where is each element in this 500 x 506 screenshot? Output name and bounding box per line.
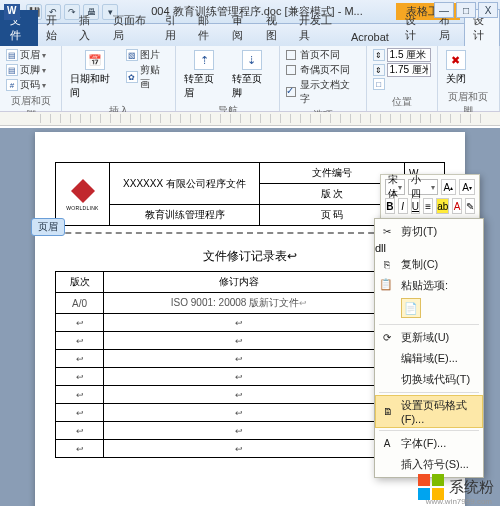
menu-copy[interactable]: ⎘复制(C) — [375, 254, 483, 275]
procedure-name-cell: 教育训练管理程序 — [110, 205, 260, 226]
copy-icon: ⎘ — [379, 257, 395, 273]
checkbox-icon — [286, 87, 296, 97]
menu-update-field[interactable]: ⟳更新域(U) — [375, 327, 483, 348]
maximize-button[interactable]: □ — [456, 2, 476, 18]
logo-text: WORLDLINK — [60, 205, 105, 211]
footer-bottom-input[interactable] — [387, 63, 431, 77]
goto-header-button[interactable]: ⇡转至页眉 — [182, 48, 226, 102]
tab-developer[interactable]: 开发工具 — [291, 10, 342, 46]
tab-acrobat[interactable]: Acrobat — [343, 28, 397, 46]
header-top-input[interactable] — [387, 48, 431, 62]
context-menu: ✂剪切(T) dll ⎘复制(C) 📋粘贴选项: 📄 ⟳更新域(U) 编辑域(E… — [374, 218, 484, 478]
grow-font-button[interactable]: A▴ — [441, 179, 457, 195]
show-document-text-checkbox[interactable]: 显示文档文字 — [286, 78, 359, 106]
menu-page-number-format[interactable]: 🗎设置页码格式(F)... — [375, 395, 483, 428]
date-time-button[interactable]: 📅日期和时间 — [68, 48, 121, 102]
goto-footer-icon: ⇣ — [242, 50, 262, 70]
paste-options-row: 📄 — [375, 296, 483, 322]
window-controls: — □ X — [434, 2, 498, 18]
clipart-icon: ✿ — [126, 71, 138, 83]
font-size-select[interactable]: 小四▾ — [408, 179, 438, 195]
logo-cell: WORLDLINK — [56, 163, 110, 226]
page-number-button[interactable]: #页码▾ — [6, 78, 46, 92]
font-color-button[interactable]: A — [452, 198, 462, 214]
header-from-top-spinner[interactable]: ⇕ — [373, 48, 431, 62]
clipboard-icon: 📋 — [379, 278, 393, 291]
header-icon: ▤ — [6, 49, 18, 61]
picture-button[interactable]: ▧图片 — [126, 48, 169, 62]
header-region-tag: 页眉 — [31, 218, 65, 236]
italic-button[interactable]: I — [398, 198, 408, 214]
format-painter-button[interactable]: ✎ — [465, 198, 475, 214]
page-number-format-icon: 🗎 — [380, 404, 396, 420]
group-close: ✖关闭 页眉和页脚 — [438, 46, 500, 111]
menu-separator — [379, 430, 479, 431]
tab-insert[interactable]: 插入 — [71, 10, 105, 46]
tab-table-design[interactable]: 设计 — [397, 10, 431, 46]
tab-mailings[interactable]: 邮件 — [190, 10, 224, 46]
company-logo-icon — [69, 177, 97, 205]
ribbon: ▤页眉▾ ▤页脚▾ #页码▾ 页眉和页脚 📅日期和时间 ▧图片 ✿剪贴画 插入 … — [0, 46, 500, 112]
shrink-font-button[interactable]: A▾ — [459, 179, 475, 195]
paste-keep-formatting-button[interactable]: 📄 — [401, 298, 421, 318]
group-insert: 📅日期和时间 ▧图片 ✿剪贴画 插入 — [62, 46, 176, 111]
checkbox-icon — [286, 50, 296, 60]
scissors-icon: ✂ — [379, 224, 395, 240]
different-first-page-checkbox[interactable]: 首页不同 — [286, 48, 359, 62]
header-button[interactable]: ▤页眉▾ — [6, 48, 46, 62]
goto-footer-button[interactable]: ⇣转至页脚 — [230, 48, 274, 102]
bold-button[interactable]: B — [385, 198, 395, 214]
svg-marker-0 — [71, 179, 95, 203]
align-button[interactable]: ≡ — [423, 198, 433, 214]
paste-options-label: 📋粘贴选项: — [375, 275, 483, 296]
font-icon: A — [379, 436, 395, 452]
group-navigation: ⇡转至页眉 ⇣转至页脚 导航 — [176, 46, 280, 111]
menu-font[interactable]: A字体(F)... — [375, 433, 483, 454]
group-options: 首页不同 奇偶页不同 显示文档文字 选项 — [280, 46, 366, 111]
tab-view[interactable]: 视图 — [258, 10, 292, 46]
horizontal-ruler[interactable] — [0, 112, 500, 126]
tab-icon: □ — [373, 78, 385, 90]
tab-layout[interactable]: 页面布局 — [105, 10, 156, 46]
company-name-cell: XXXXXX 有限公司程序文件 — [110, 163, 260, 205]
ruler-icon: ⇕ — [373, 64, 385, 76]
ruler-icon: ⇕ — [373, 49, 385, 61]
close-button[interactable]: X — [478, 2, 498, 18]
ribbon-tabs: 文件 开始 插入 页面布局 引用 邮件 审阅 视图 开发工具 Acrobat 设… — [0, 24, 500, 46]
menu-separator — [379, 392, 479, 393]
tab-references[interactable]: 引用 — [157, 10, 191, 46]
footer-button[interactable]: ▤页脚▾ — [6, 63, 46, 77]
goto-header-icon: ⇡ — [194, 50, 214, 70]
menu-separator — [379, 324, 479, 325]
group-header-footer: ▤页眉▾ ▤页脚▾ #页码▾ 页眉和页脚 — [0, 46, 62, 111]
menu-edit-field[interactable]: 编辑域(E)... — [375, 348, 483, 369]
calendar-icon: 📅 — [85, 50, 105, 70]
font-family-select[interactable]: 宋体▾ — [385, 179, 405, 195]
microsoft-logo-icon — [418, 474, 444, 500]
close-icon: ✖ — [446, 50, 466, 70]
group-label: 位置 — [373, 95, 431, 109]
close-header-footer-button[interactable]: ✖关闭 — [444, 48, 468, 88]
col-content: 修订内容 — [104, 272, 375, 293]
insert-alignment-tab-button[interactable]: □ — [373, 78, 431, 90]
page-number-icon: # — [6, 79, 18, 91]
menu-toggle-field-codes[interactable]: 切换域代码(T) — [375, 369, 483, 390]
menu-cut[interactable]: ✂剪切(T) — [375, 221, 483, 242]
refresh-icon: ⟳ — [379, 330, 395, 346]
footer-icon: ▤ — [6, 64, 18, 76]
group-position: ⇕ ⇕ □ 位置 — [367, 46, 438, 111]
footer-from-bottom-spinner[interactable]: ⇕ — [373, 63, 431, 77]
minimize-button[interactable]: — — [434, 2, 454, 18]
underline-button[interactable]: U — [411, 198, 421, 214]
watermark-text: 系统粉 — [449, 478, 494, 497]
different-odd-even-checkbox[interactable]: 奇偶页不同 — [286, 63, 359, 77]
tab-home[interactable]: 开始 — [38, 10, 72, 46]
tab-review[interactable]: 审阅 — [224, 10, 258, 46]
checkbox-icon — [286, 65, 296, 75]
clipart-button[interactable]: ✿剪贴画 — [126, 63, 169, 91]
highlight-button[interactable]: ab — [436, 198, 449, 214]
mini-toolbar[interactable]: 宋体▾ 小四▾ A▴ A▾ B I U ≡ ab A ✎ — [380, 174, 480, 222]
word-app-icon — [4, 4, 20, 20]
menu-insert-symbol[interactable]: 插入符号(S)... — [375, 454, 483, 475]
watermark: 系统粉 — [418, 474, 494, 500]
